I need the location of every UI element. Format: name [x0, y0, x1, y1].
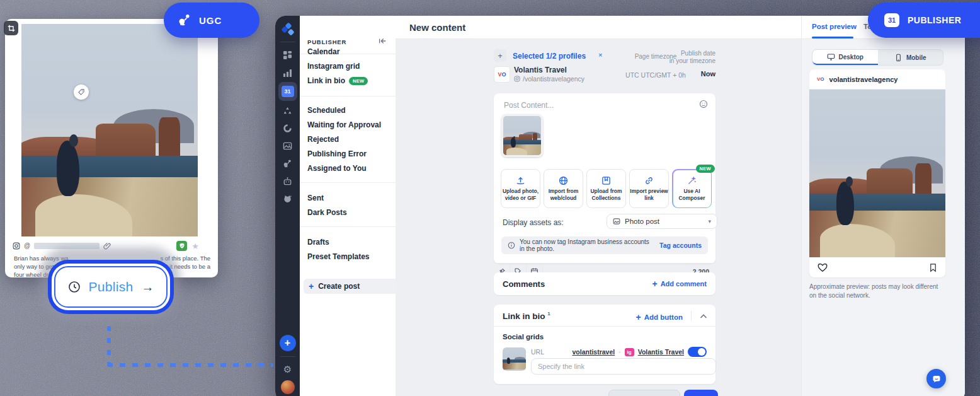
wand-icon [687, 176, 697, 185]
publish-button[interactable]: Publish → [54, 266, 168, 308]
sidebar-item-dark-posts[interactable]: Dark Posts [307, 208, 347, 217]
collections-icon [601, 176, 611, 185]
create-post-button[interactable]: + Create post [304, 279, 399, 294]
calendar-icon[interactable]: 31 [278, 82, 297, 101]
profile-avatar: VO [494, 66, 510, 83]
profile-handle-row: /volantistravelagency [514, 75, 584, 83]
robot-icon[interactable] [278, 173, 297, 189]
star-icon[interactable]: ★ [191, 242, 199, 251]
display-assets-dropdown[interactable]: Photo post ▾ [607, 214, 717, 229]
tag-notice-banner: You can now tag Instagram business accou… [501, 236, 708, 254]
uploaded-media-thumbnail[interactable] [501, 114, 543, 157]
collapse-section-icon[interactable] [700, 313, 707, 319]
use-ai-composer-button[interactable]: Use AI Composer [673, 170, 711, 207]
ugc-icon [178, 13, 191, 27]
add-comment-button[interactable]: + Add comment [652, 279, 707, 289]
desktop-tab[interactable]: Desktop [812, 50, 878, 65]
sidebar-item-scheduled[interactable]: Scheduled [307, 106, 346, 115]
emoji-icon[interactable] [699, 100, 708, 108]
primary-action-button[interactable] [684, 390, 718, 396]
sidebar-item-rejected[interactable]: Rejected [307, 135, 339, 144]
dashed-connector-horizontal [107, 363, 273, 367]
account-name-link[interactable]: Volantis Travel [638, 348, 684, 356]
chat-icon [932, 374, 942, 384]
social-grids-title: Social grids [503, 333, 544, 341]
ugc-icon[interactable] [278, 155, 297, 172]
analytics-icon[interactable] [278, 64, 297, 81]
plus-icon: + [636, 312, 641, 322]
app-logo[interactable] [278, 21, 297, 37]
device-toggle: Desktop Mobile [812, 49, 943, 66]
like-icon[interactable] [817, 262, 828, 273]
sidebar-item-link-in-bio[interactable]: Link in bioNEW [307, 76, 368, 85]
divider [494, 326, 715, 327]
main-content: New content + Selected 1/2 profiles × Pa… [396, 16, 801, 396]
clear-selection-icon[interactable]: × [598, 51, 602, 59]
upload-icon [516, 176, 525, 185]
sidebar-title: PUBLISHER [307, 38, 346, 45]
sidebar-item-instagram-grid[interactable]: Instagram grid [307, 62, 360, 71]
image-icon[interactable] [278, 137, 297, 154]
post-photo [21, 24, 198, 236]
comments-title: Comments [503, 279, 545, 289]
sidebar-item-sent[interactable]: Sent [307, 194, 324, 202]
dashed-connector-vertical [107, 326, 111, 364]
add-icon[interactable]: + [278, 335, 297, 351]
page-title: New content [409, 22, 465, 33]
post-content-textarea[interactable] [503, 100, 694, 115]
tag-accounts-link[interactable]: Tag accounts [659, 242, 702, 249]
divider [300, 226, 396, 227]
grid-thumbnail[interactable] [503, 347, 526, 371]
secondary-action-button[interactable] [608, 390, 680, 396]
comments-card: Comments + Add comment [494, 272, 715, 295]
upload-photo-button[interactable]: Upload photo, video or GIF [501, 169, 540, 208]
upload-collections-button[interactable]: Upload from Collections [586, 169, 626, 208]
add-profile-button[interactable]: + [494, 49, 506, 62]
profile-handle: /volantistravelagency [523, 75, 584, 83]
bookmark-icon[interactable] [928, 263, 938, 272]
link-in-bio-card: Link in bio 1 + Add button Social grids … [494, 305, 715, 384]
specify-link-input[interactable] [531, 358, 716, 375]
sidebar-item-assigned-to-you[interactable]: Assigned to You [307, 164, 367, 173]
dashboard-icon[interactable] [278, 47, 297, 63]
user-avatar[interactable] [278, 379, 297, 395]
publish-date-label: Publish datein your timezone [660, 50, 715, 65]
preview-disclaimer: Approximate preview: posts may look diff… [809, 282, 943, 300]
import-preview-link-button[interactable]: Import preview link [629, 169, 669, 208]
link-in-bio-title: Link in bio 1 [503, 311, 550, 321]
donut-chart-icon[interactable] [278, 120, 297, 136]
profile-name: Volantis Travel [514, 66, 567, 74]
add-button-button[interactable]: + Add button [636, 312, 683, 322]
crop-icon[interactable] [4, 21, 18, 35]
tab-post-preview[interactable]: Post preview [812, 23, 857, 30]
collapse-sidebar-icon[interactable] [378, 37, 387, 45]
publisher-sidebar: PUBLISHER Calendar Instagram grid Link i… [300, 16, 396, 396]
selected-profiles-link[interactable]: Selected 1/2 profiles [513, 52, 586, 61]
composer-card: Upload photo, video or GIF Import from w… [494, 93, 715, 264]
mobile-tab[interactable]: Mobile [878, 50, 943, 65]
instagram-account-badge: Ig [625, 348, 634, 356]
publish-date-value: Now [678, 70, 715, 78]
preview-panel: Post preview Top s Desktop Mobile VO vol… [801, 16, 965, 396]
calendar-day: 31 [282, 86, 294, 97]
shield-check-icon [176, 241, 187, 251]
divider [300, 182, 396, 183]
chat-widget-button[interactable] [926, 369, 946, 388]
instagram-icon [13, 242, 20, 250]
left-icon-rail: 31 + [275, 16, 300, 396]
import-web-cloud-button[interactable]: Import from web/cloud [544, 169, 583, 208]
tree-icon[interactable] [278, 102, 297, 119]
plus-icon: + [309, 281, 314, 291]
sidebar-item-calendar[interactable]: Calendar [307, 47, 339, 56]
publisher-label: PUBLISHER [908, 15, 961, 25]
sidebar-item-waiting-for-approval[interactable]: Waiting for Approval [307, 120, 381, 129]
sidebar-item-drafts[interactable]: Drafts [307, 238, 329, 247]
gear-icon[interactable]: ⚙ [278, 361, 297, 378]
sidebar-item-publishing-error[interactable]: Publishing Error [307, 149, 367, 158]
sidebar-item-preset-templates[interactable]: Preset Templates [307, 252, 370, 261]
grid-toggle[interactable] [688, 347, 707, 357]
cat-icon[interactable] [278, 190, 297, 207]
account-handle-link[interactable]: volantistravel [573, 348, 615, 356]
divider [280, 356, 295, 357]
tag-people-icon[interactable] [74, 84, 89, 100]
